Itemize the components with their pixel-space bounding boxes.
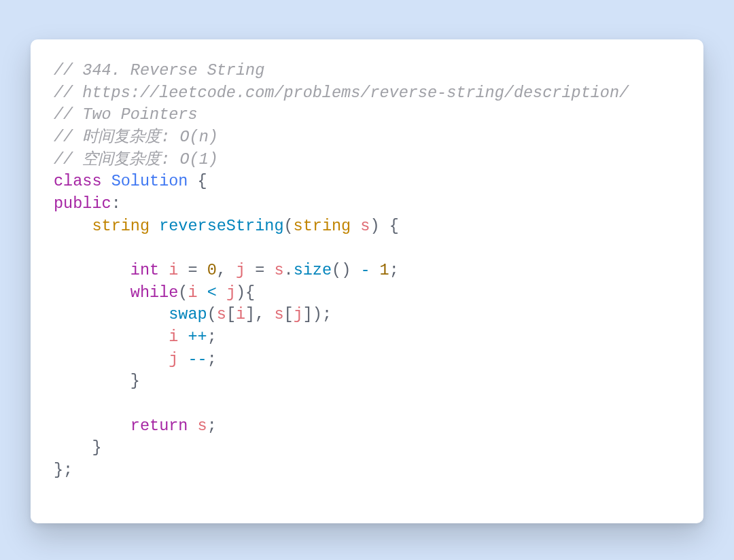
parens: () xyxy=(332,261,351,279)
call-size: size xyxy=(294,261,332,279)
keyword-return: return xyxy=(130,417,188,435)
class-close: }; xyxy=(54,461,73,479)
var-i: i xyxy=(188,283,197,302)
paren: ) xyxy=(370,217,379,235)
code-block: // 344. Reverse String // https://leetco… xyxy=(54,60,680,481)
brace-close: } xyxy=(130,372,140,390)
minus: - xyxy=(351,261,379,279)
indent xyxy=(54,328,169,346)
semicolon: ; xyxy=(207,417,217,435)
semicolon: ; xyxy=(207,328,217,346)
indent xyxy=(54,283,130,302)
paren: ( xyxy=(178,283,188,302)
dec: -- xyxy=(178,350,207,368)
indent xyxy=(54,261,130,279)
brace: { xyxy=(188,172,207,190)
bracket: [ xyxy=(284,305,294,323)
comment-line: // https://leetcode.com/problems/reverse… xyxy=(54,84,629,102)
semicolon: ; xyxy=(389,261,399,279)
eq: = xyxy=(178,261,207,279)
brace: { xyxy=(380,217,399,235)
literal-one: 1 xyxy=(380,261,389,279)
lt: < xyxy=(198,283,226,302)
indent xyxy=(54,438,92,457)
return-type: string xyxy=(92,217,150,235)
comment-line: // 344. Reverse String xyxy=(54,61,264,80)
keyword-public: public xyxy=(54,194,111,213)
var-i: i xyxy=(236,305,245,323)
var-j: j xyxy=(226,283,236,302)
paren: ) xyxy=(236,283,245,302)
class-name: Solution xyxy=(111,172,188,190)
inc: ++ xyxy=(178,328,207,346)
indent xyxy=(54,372,130,390)
var-s: s xyxy=(217,305,226,323)
brace: { xyxy=(245,283,255,302)
comment-line: // Two Pointers xyxy=(54,105,198,124)
comment-line: // 空间复杂度: O(1) xyxy=(54,150,218,169)
var-s: s xyxy=(198,417,207,435)
keyword-while: while xyxy=(130,283,179,302)
bracket: ] xyxy=(303,305,313,323)
bracket: ] xyxy=(245,305,255,323)
var-j: j xyxy=(236,261,245,279)
comma: , xyxy=(255,305,274,323)
space xyxy=(188,417,197,435)
var-s: s xyxy=(274,305,283,323)
function-name: reverseString xyxy=(159,217,283,235)
paren: ( xyxy=(207,305,217,323)
var-i: i xyxy=(169,261,178,279)
semicolon: ; xyxy=(207,350,217,368)
keyword-int: int xyxy=(130,261,159,279)
keyword-class: class xyxy=(54,172,102,190)
call-swap: swap xyxy=(169,305,207,323)
var-i: i xyxy=(169,328,178,346)
paren: ( xyxy=(284,217,294,235)
dot: . xyxy=(284,261,294,279)
param-name: s xyxy=(351,217,370,235)
var-j: j xyxy=(169,350,178,368)
var-j: j xyxy=(294,305,303,323)
bracket: [ xyxy=(226,305,236,323)
eq: = xyxy=(245,261,274,279)
var-s: s xyxy=(274,261,283,279)
comma: , xyxy=(217,261,236,279)
param-type: string xyxy=(294,217,351,235)
indent xyxy=(54,350,169,368)
code-card: // 344. Reverse String // https://leetco… xyxy=(31,39,703,523)
colon: : xyxy=(111,194,121,213)
indent xyxy=(54,305,169,323)
paren-semi: ); xyxy=(313,305,332,323)
indent xyxy=(54,417,130,435)
literal-zero: 0 xyxy=(207,261,217,279)
indent xyxy=(54,217,92,235)
brace-close: } xyxy=(92,438,101,457)
comment-line: // 时间复杂度: O(n) xyxy=(54,128,218,146)
